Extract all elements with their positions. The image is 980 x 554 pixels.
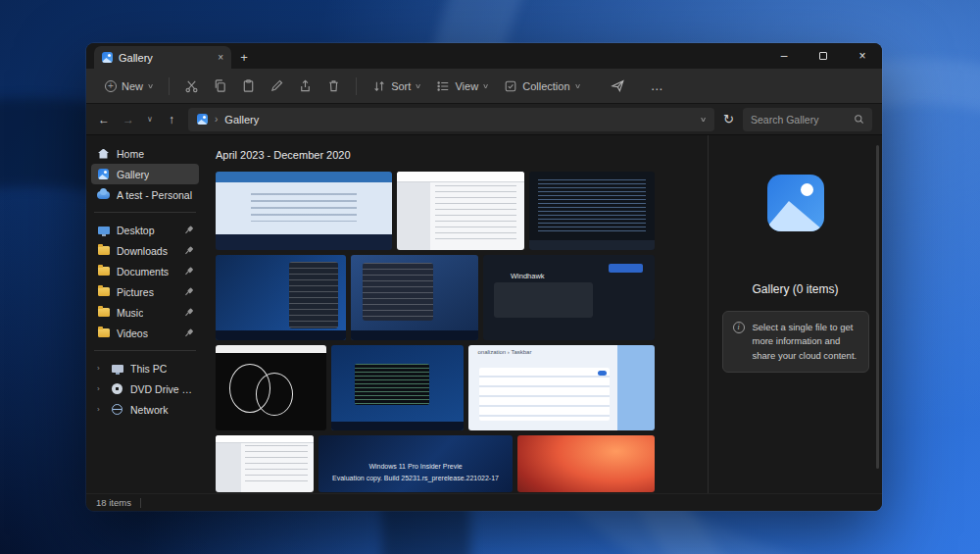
address-dropdown-icon[interactable]: ∨: [700, 116, 707, 124]
gallery-thumbnail[interactable]: Windows 11 Pro Insider Previe Evaluation…: [318, 435, 513, 492]
thumbnail-row: [216, 172, 657, 250]
pin-icon: [182, 244, 195, 257]
gallery-thumbnail[interactable]: [331, 345, 464, 430]
date-group-heading: April 2023 - December 2020: [216, 149, 708, 161]
cut-button[interactable]: [178, 74, 205, 98]
view-icon: [436, 79, 450, 93]
sidebar-item-documents[interactable]: Documents: [91, 261, 199, 281]
refresh-button[interactable]: ↻: [723, 112, 734, 126]
network-globe-icon: [111, 403, 123, 416]
windhawk-label: Windhawk: [511, 272, 545, 280]
send-button[interactable]: [605, 74, 631, 98]
close-button[interactable]: ×: [843, 43, 882, 69]
address-bar[interactable]: › Gallery ∨: [188, 108, 714, 131]
sidebar-item-dvd-drive[interactable]: › DVD Drive (D:) CCC: [91, 378, 199, 399]
sidebar-item-this-pc[interactable]: › This PC: [91, 358, 199, 378]
vertical-scrollbar[interactable]: [876, 145, 879, 469]
command-bar: + New ∨ Sort ∨ View: [86, 69, 882, 104]
gallery-content: April 2023 - December 2020 Windhawk: [204, 135, 708, 493]
details-pane: Gallery (0 items) i Select a single file…: [708, 135, 882, 493]
settings-breadcrumb-label: onalization › Taskbar: [478, 349, 532, 355]
details-title: Gallery (0 items): [752, 282, 838, 296]
sidebar-item-home[interactable]: Home: [91, 143, 199, 164]
this-pc-icon: [111, 362, 123, 375]
share-button[interactable]: [292, 74, 318, 98]
see-more-button[interactable]: …: [643, 76, 672, 95]
maximize-button[interactable]: [804, 43, 843, 69]
gallery-thumbnail[interactable]: onalization › Taskbar: [468, 345, 655, 430]
sidebar-item-downloads[interactable]: Downloads: [91, 240, 199, 261]
sidebar-item-onedrive[interactable]: A test - Personal: [91, 184, 199, 205]
search-box[interactable]: [743, 108, 872, 131]
tab-gallery[interactable]: Gallery ×: [94, 46, 231, 69]
expand-chevron-icon[interactable]: ›: [97, 405, 104, 414]
chevron-down-icon: ∨: [147, 82, 154, 90]
gallery-thumbnail[interactable]: [216, 255, 346, 340]
thumbnail-grid: Windhawk onalization › Taskbar Windows 1…: [216, 172, 657, 492]
tab-strip: Gallery × + – ×: [86, 43, 882, 69]
gallery-app-icon: [767, 175, 824, 231]
pictures-folder-icon: [97, 285, 110, 298]
documents-folder-icon: [97, 265, 110, 277]
downloads-folder-icon: [97, 244, 110, 257]
sidebar-item-network[interactable]: › Network: [91, 399, 199, 420]
details-info-text: Select a single file to get more informa…: [753, 321, 858, 363]
gallery-thumbnail[interactable]: [517, 435, 655, 492]
videos-folder-icon: [97, 327, 110, 339]
toolbar-separator: [169, 77, 170, 95]
recent-locations-button[interactable]: ∨: [145, 115, 155, 124]
gallery-thumbnail[interactable]: [216, 345, 326, 430]
copy-button[interactable]: [207, 74, 233, 98]
thumbnail-row: onalization › Taskbar: [216, 345, 657, 430]
sidebar-item-videos[interactable]: Videos: [91, 323, 199, 343]
sort-button[interactable]: Sort ∨: [366, 75, 427, 98]
explorer-body: Home Gallery A test - Personal Desktop D…: [86, 135, 882, 493]
new-button-label: New: [122, 80, 143, 92]
collection-button-label: Collection: [522, 80, 569, 92]
forward-button[interactable]: →: [121, 113, 136, 126]
details-info-box: i Select a single file to get more infor…: [722, 311, 869, 373]
onedrive-cloud-icon: [97, 188, 110, 201]
up-button[interactable]: ↑: [164, 113, 179, 126]
address-location-label: Gallery: [224, 114, 259, 126]
sidebar-item-pictures[interactable]: Pictures: [91, 281, 199, 302]
pin-icon: [182, 327, 195, 339]
sidebar-item-desktop[interactable]: Desktop: [91, 220, 199, 240]
gallery-thumbnail[interactable]: Windhawk: [483, 255, 655, 340]
minimize-button[interactable]: –: [764, 43, 804, 69]
back-button[interactable]: ←: [96, 113, 112, 126]
gallery-thumbnail[interactable]: [529, 172, 655, 250]
sort-icon: [372, 79, 386, 93]
toolbar-separator: [356, 77, 357, 95]
gallery-icon: [97, 168, 110, 180]
expand-chevron-icon[interactable]: ›: [97, 364, 104, 373]
thumbnail-row: Windhawk: [216, 255, 657, 340]
navigation-pane: Home Gallery A test - Personal Desktop D…: [86, 135, 204, 493]
gallery-thumbnail[interactable]: [397, 172, 524, 250]
view-button[interactable]: View ∨: [429, 75, 495, 98]
paste-button[interactable]: [235, 74, 262, 98]
new-tab-button[interactable]: +: [231, 46, 257, 69]
thumbnail-row: Windows 11 Pro Insider Previe Evaluation…: [216, 435, 657, 492]
file-explorer-window: Gallery × + – × + New ∨: [86, 43, 882, 511]
gallery-icon: [102, 52, 113, 63]
address-row: ← → ∨ ↑ › Gallery ∨ ↻: [86, 104, 882, 135]
gallery-thumbnail[interactable]: [351, 255, 478, 340]
pin-icon: [182, 285, 195, 298]
plus-circle-icon: +: [105, 80, 117, 92]
new-button[interactable]: + New ∨: [98, 76, 160, 97]
tab-close-icon[interactable]: ×: [218, 52, 223, 63]
maximize-icon: [819, 52, 827, 60]
delete-button[interactable]: [320, 74, 347, 98]
info-icon: i: [733, 322, 745, 333]
gallery-thumbnail[interactable]: [216, 172, 392, 250]
sidebar-item-gallery[interactable]: Gallery: [91, 164, 199, 184]
chevron-down-icon: ∨: [482, 82, 489, 90]
expand-chevron-icon[interactable]: ›: [97, 384, 104, 393]
search-input[interactable]: [751, 114, 848, 126]
gallery-thumbnail[interactable]: [216, 435, 314, 492]
send-icon: [611, 78, 625, 93]
collection-button[interactable]: Collection ∨: [497, 75, 586, 98]
rename-button[interactable]: [264, 74, 290, 98]
sidebar-item-music[interactable]: Music: [91, 302, 199, 323]
